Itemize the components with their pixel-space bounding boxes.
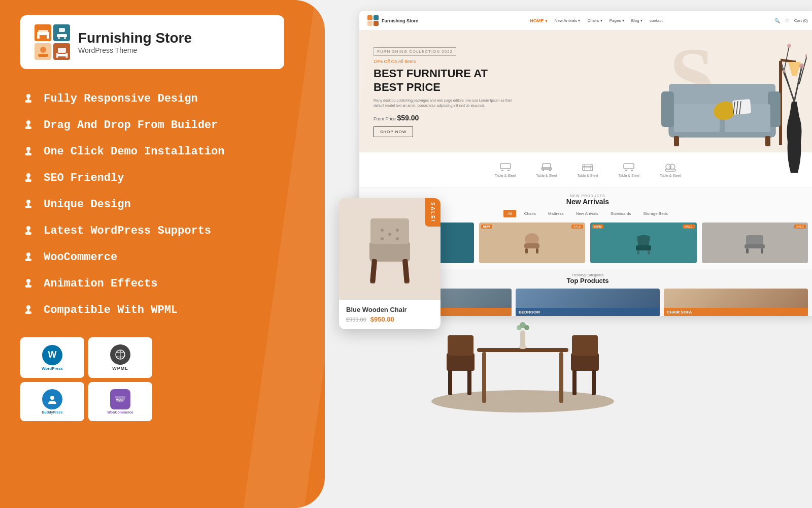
feature-label: Fully Responsive Design — [44, 92, 198, 105]
product-thumb-4[interactable]: SALE — [702, 223, 808, 263]
svg-rect-85 — [536, 248, 538, 253]
product-image-area: SALE! — [339, 198, 441, 300]
svg-rect-108 — [447, 353, 475, 371]
category-item[interactable]: Table & Steel — [536, 163, 557, 177]
svg-rect-112 — [571, 353, 599, 371]
cat-label: Table & Steel — [660, 174, 681, 177]
svg-rect-25 — [27, 177, 29, 180]
feature-item: Drag And Drop From Builder — [20, 112, 304, 138]
svg-point-130 — [799, 64, 804, 69]
card-prices: $999.00 $950.00 — [346, 315, 433, 323]
hero-description: Many desktop publishing packages and web… — [374, 98, 516, 109]
product-thumb-2[interactable]: NEW SALE — [479, 223, 586, 263]
svg-rect-106 — [482, 352, 486, 403]
svg-rect-114 — [572, 370, 577, 395]
chair-sofa-card[interactable]: CHAIR SOFA — [664, 289, 808, 316]
demo-categories: Table & Steel Table & Steel Table & Stee… — [359, 152, 812, 188]
filter-storage[interactable]: Storage Beds — [639, 210, 672, 217]
category-item[interactable]: Table & Steel — [495, 163, 516, 177]
wpml-badge: WPML — [88, 337, 152, 378]
svg-point-14 — [26, 94, 30, 98]
nav-new-arrivals[interactable]: New Arrivals ▾ — [555, 18, 581, 23]
svg-rect-13 — [65, 53, 68, 58]
filter-chairs[interactable]: Chairs — [520, 210, 540, 217]
demo-nav-links[interactable]: HOME ▾ New Arrivals ▾ Chairs ▾ Pages ▾ B… — [530, 18, 662, 23]
svg-rect-34 — [27, 257, 29, 259]
badge-sale: SALE — [683, 225, 694, 229]
buddypress-badge: BuddyPress — [20, 382, 84, 421]
svg-point-17 — [26, 120, 30, 124]
feature-label: Unique Design — [44, 198, 131, 211]
search-icon[interactable]: 🔍 — [774, 18, 780, 23]
hero-collection-label: FURNISHING COLLECTION 2022 — [374, 47, 456, 56]
svg-point-100 — [396, 229, 399, 232]
category-item[interactable]: Table & Steel — [577, 163, 598, 177]
svg-rect-87 — [637, 250, 639, 255]
svg-point-32 — [26, 252, 30, 257]
nav-chairs[interactable]: Chairs ▾ — [587, 18, 602, 23]
cat-label: Table & Steel — [536, 174, 557, 177]
svg-point-29 — [26, 226, 30, 230]
svg-rect-77 — [665, 169, 675, 171]
feature-icon — [20, 143, 37, 160]
svg-line-126 — [784, 46, 789, 71]
filter-new-arrivals[interactable]: New Arrivals — [572, 210, 602, 217]
shop-now-button[interactable]: SHOP NOW — [374, 126, 413, 137]
feature-label: One Click Demo Installation — [44, 145, 224, 158]
badge-new: NEW — [481, 225, 492, 229]
logo-box: Furnishing Store WordPress Theme — [20, 15, 284, 69]
nav-pages[interactable]: Pages ▾ — [610, 18, 624, 23]
svg-rect-57 — [732, 99, 751, 115]
nav-contact[interactable]: contact — [650, 18, 663, 23]
svg-rect-54 — [674, 136, 679, 146]
brand-tagline: WordPress Theme — [78, 46, 192, 54]
feature-label: SEO Friendly — [44, 172, 124, 184]
floating-product-card: SALE! Blue Wooden Chair — [339, 198, 441, 329]
chair-sofa-label: CHAIR SOFA — [664, 308, 808, 316]
svg-rect-92 — [761, 248, 763, 253]
cart-label[interactable]: Cart (0) — [794, 18, 808, 23]
woocommerce-badge: WOO WooCommerce — [88, 382, 152, 421]
svg-rect-97 — [370, 259, 377, 282]
feature-item: One Click Demo Installation — [20, 138, 304, 165]
svg-rect-31 — [27, 230, 29, 233]
product-thumb-3[interactable]: NEW SALE — [590, 223, 697, 263]
svg-point-103 — [388, 233, 391, 236]
svg-rect-93 — [369, 241, 410, 262]
svg-line-122 — [794, 66, 802, 102]
category-item[interactable]: Table & Steel — [660, 163, 681, 177]
nav-home[interactable]: HOME ▾ — [530, 18, 548, 23]
feature-label: Compatible With WPML — [44, 304, 178, 316]
svg-text:WOO: WOO — [116, 398, 123, 401]
svg-point-120 — [524, 325, 529, 330]
svg-rect-37 — [27, 283, 29, 285]
filter-sideboards[interactable]: Sideboards — [606, 210, 635, 217]
feature-icon — [20, 170, 37, 186]
svg-rect-9 — [38, 54, 48, 57]
svg-rect-10 — [58, 48, 66, 53]
demo-hero: S FURNISHING COLLECTION 2022 10% Off On … — [359, 30, 812, 152]
nav-blog[interactable]: Blog ▾ — [631, 18, 642, 23]
feature-icon — [20, 90, 37, 107]
left-panel: Furnishing Store WordPress Theme Fully R… — [0, 0, 325, 508]
filter-all[interactable]: All — [503, 210, 516, 217]
feature-item: Fully Responsive Design — [20, 85, 304, 112]
demo-nav: Furnishing Store HOME ▾ New Arrivals ▾ C… — [359, 11, 812, 30]
category-item[interactable]: Table & Steel — [619, 163, 639, 177]
cat-label: Table & Steel — [619, 174, 639, 177]
feature-item: Unique Design — [20, 191, 304, 217]
svg-rect-109 — [448, 335, 473, 356]
svg-rect-63 — [507, 170, 510, 171]
floating-card-info: Blue Wooden Chair $999.00 $950.00 — [339, 300, 441, 329]
features-list: Fully Responsive Design Drag And Drop Fr… — [20, 85, 304, 323]
svg-rect-52 — [674, 104, 720, 132]
hero-price: From Price $59.00 — [374, 114, 516, 122]
feature-item: Latest WordPress Supports — [20, 217, 304, 244]
feature-label: WooCommerce — [44, 251, 117, 264]
svg-point-43 — [50, 396, 54, 400]
svg-point-127 — [787, 44, 791, 48]
svg-rect-67 — [549, 170, 551, 171]
svg-rect-107 — [559, 352, 563, 403]
wishlist-icon[interactable]: ♡ — [785, 18, 789, 23]
filter-mattress[interactable]: Mattress — [544, 210, 568, 217]
